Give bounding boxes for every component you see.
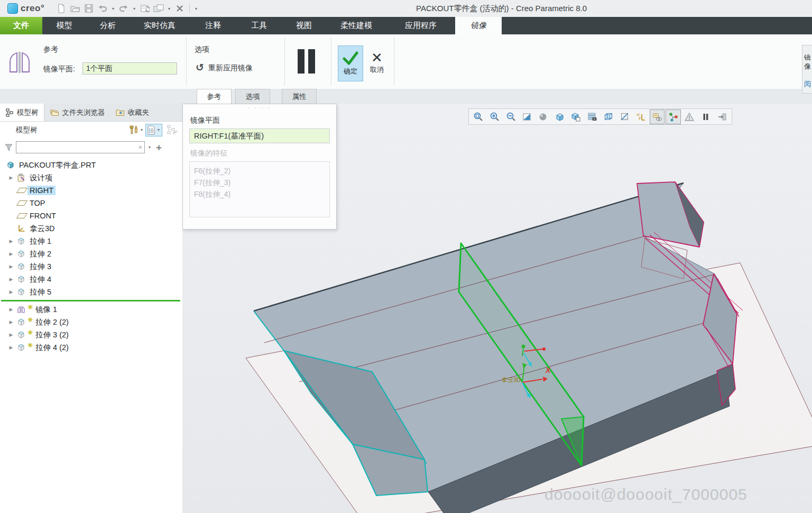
coordinate-system-icon	[17, 224, 27, 233]
new-file-icon[interactable]	[56, 2, 67, 15]
tab-favorites[interactable]: ✳ 收藏夹	[110, 104, 155, 121]
ok-button[interactable]: 确定	[338, 45, 363, 81]
open-file-icon[interactable]	[69, 2, 81, 15]
datum-display-button[interactable]: x/y	[633, 109, 649, 124]
subtab-references[interactable]: 参考	[197, 89, 232, 104]
shading-style-button[interactable]	[536, 109, 551, 124]
mirror-plane-value-field[interactable]: RIGHT:F1(基准平面)	[189, 129, 330, 143]
tree-row-extrude1[interactable]: ▶ 拉伸 1	[0, 235, 182, 248]
tab-live-simulation[interactable]: 实时仿真	[130, 17, 190, 34]
tab-folder-browser[interactable]: 文件夹浏览器	[44, 104, 110, 121]
subtab-properties[interactable]: 属性	[282, 89, 317, 104]
display-style-button[interactable]	[552, 109, 567, 124]
tab-file[interactable]: 文件	[0, 17, 42, 34]
mirror-plane-collector[interactable]: 1个平面	[82, 62, 177, 75]
zoom-in-button[interactable]	[487, 109, 503, 124]
expand-arrow-icon[interactable]: ▶	[5, 175, 17, 180]
tree-row-csys[interactable]: 拿云3D	[0, 222, 182, 235]
subtab-options[interactable]: 选项	[235, 89, 270, 104]
tree-show-list-button[interactable]: ▾	[145, 124, 162, 136]
redo-dropdown-icon[interactable]: ▾	[132, 6, 137, 11]
view-manager-button[interactable]	[585, 109, 600, 124]
extrude-icon	[17, 275, 27, 283]
tree-settings-dropdown-icon[interactable]: ▾	[139, 127, 144, 132]
tab-applications[interactable]: 应用程序	[386, 17, 455, 34]
saved-orientations-button[interactable]	[568, 109, 584, 124]
tree-row-mirrored-extrude2[interactable]: ▶ ✳ 拉伸 2 (2)	[0, 316, 182, 328]
repaint-button[interactable]	[520, 109, 535, 124]
tree-row-part[interactable]: PACKOUT零件盒.PRT	[0, 159, 182, 171]
show-list-dropdown-icon[interactable]: ▾	[156, 127, 161, 132]
tab-tools[interactable]: 工具	[236, 17, 282, 34]
mirrored-features-list[interactable]: F6(拉伸_2) F7(拉伸_3) F8(拉伸_4)	[189, 161, 330, 217]
spin-center-button[interactable]	[666, 109, 681, 124]
close-window-icon[interactable]	[174, 2, 186, 15]
section-button[interactable]	[617, 109, 632, 124]
tree-row-extrude3[interactable]: ▶ 拉伸 3	[0, 260, 182, 273]
filter-dropdown-icon[interactable]: ▾	[147, 145, 152, 150]
pause-display-button[interactable]	[698, 109, 714, 124]
tree-row-mirrored-extrude4[interactable]: ▶ ✳ 拉伸 4 (2)	[0, 341, 182, 354]
expand-arrow-icon[interactable]: ▶	[5, 319, 17, 325]
tab-view[interactable]: 视图	[282, 17, 326, 34]
collapsed-side-panel[interactable]: 镜 像 阅	[802, 45, 812, 94]
reapply-mirror-button[interactable]: 重新应用镜像	[208, 63, 253, 73]
tab-mirror[interactable]: 镜像	[455, 17, 502, 34]
mirrored-feature-item: F7(拉伸_3)	[194, 177, 325, 188]
refresh-icon[interactable]: ↺	[196, 61, 204, 74]
tree-row-extrude2[interactable]: ▶ 拉伸 2	[0, 248, 182, 260]
expand-arrow-icon[interactable]: ▶	[5, 239, 17, 244]
tree-row-mirrored-extrude3[interactable]: ▶ ✳ 拉伸 3 (2)	[0, 328, 182, 341]
expand-arrow-icon[interactable]: ▶	[5, 307, 17, 312]
zoom-refit-button[interactable]	[471, 109, 486, 124]
window-switch-icon[interactable]	[153, 2, 164, 15]
save-icon[interactable]	[83, 2, 95, 15]
toolbar-separator	[189, 4, 190, 13]
add-filter-icon[interactable]: ＋	[154, 141, 163, 153]
cancel-button[interactable]: ✕ 取消	[365, 45, 389, 80]
undo-icon[interactable]	[97, 2, 108, 15]
customize-toolbar-icon[interactable]: ▾	[193, 6, 199, 11]
tree-filter-input[interactable]: ×	[16, 141, 145, 153]
redo-icon[interactable]	[118, 2, 130, 15]
simulation-warning-icon[interactable]	[682, 109, 697, 124]
tree-row-design-items[interactable]: ▶ 设计项	[0, 171, 182, 184]
tree-row-mirror1[interactable]: ▶ ✳ 镜像 1	[0, 303, 182, 316]
tab-analysis[interactable]: 分析	[86, 17, 130, 34]
expand-arrow-icon[interactable]: ▶	[5, 345, 17, 350]
perspective-button[interactable]	[601, 109, 616, 124]
expand-arrow-icon[interactable]: ▶	[5, 264, 17, 269]
pause-icon[interactable]	[296, 48, 317, 77]
watermark-text: dooooit@dooooit_7000005	[545, 485, 748, 503]
exit-oneclick-button[interactable]	[714, 109, 730, 124]
tab-flexible-modeling[interactable]: 柔性建模	[326, 17, 386, 34]
tree-row-extrude5[interactable]: ▶ 拉伸 5	[0, 286, 182, 298]
datum-plane-icon	[17, 188, 27, 193]
regenerate-badge-icon: ✳	[27, 329, 33, 336]
mirrored-feature-item: F8(拉伸_4)	[194, 188, 325, 200]
clear-filter-icon[interactable]: ×	[138, 143, 142, 151]
regenerate-icon[interactable]	[139, 2, 151, 15]
expand-arrow-icon[interactable]: ▶	[5, 251, 17, 256]
tab-annotate[interactable]: 注释	[190, 17, 236, 34]
expand-arrow-icon[interactable]: ▶	[5, 277, 17, 282]
tab-model-tree[interactable]: 模型树	[0, 104, 44, 121]
tab-model[interactable]: 模型	[42, 17, 86, 34]
tree-row-extrude4[interactable]: ▶ 拉伸 4	[0, 273, 182, 286]
creo-application-window: creo° ▾ ▾ ▾ ▾ PACKOUT零件盒 (活动的) - Creo Pa…	[0, 0, 812, 513]
panel-drag-handle[interactable]: · · · ·	[183, 104, 336, 111]
tree-row-right-plane[interactable]: RIGHT	[0, 184, 182, 197]
undo-dropdown-icon[interactable]: ▾	[110, 6, 116, 11]
insert-locator[interactable]	[1, 300, 180, 301]
expand-arrow-icon[interactable]: ▶	[5, 332, 17, 337]
group-separator	[394, 37, 394, 86]
tree-settings-icon[interactable]	[128, 125, 139, 135]
extrude-icon	[17, 343, 27, 352]
zoom-out-button[interactable]	[503, 109, 519, 124]
tree-row-front-plane[interactable]: FRONT	[0, 209, 182, 222]
expand-arrow-icon[interactable]: ▶	[5, 289, 17, 295]
annotation-display-button[interactable]	[650, 109, 665, 124]
read-mode-icon[interactable]: 阅	[804, 79, 812, 88]
tree-row-top-plane[interactable]: TOP	[0, 197, 182, 209]
window-switch-dropdown-icon[interactable]: ▾	[167, 6, 172, 11]
